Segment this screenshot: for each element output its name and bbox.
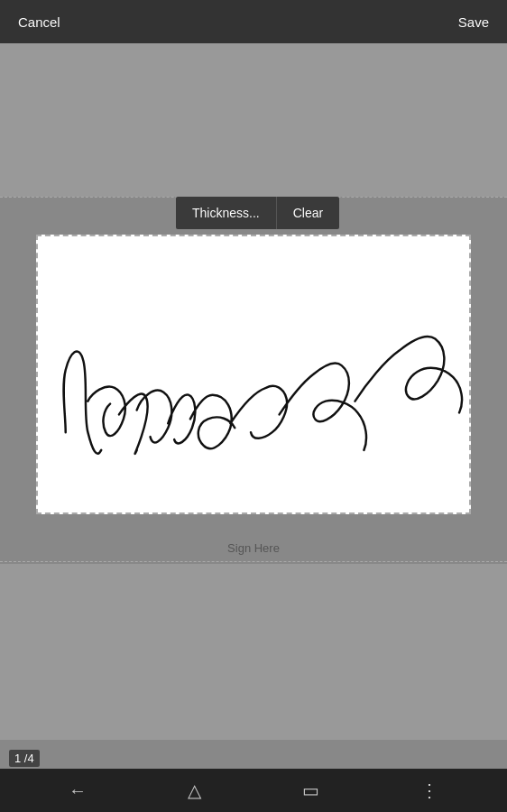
gray-bottom-area [0,564,507,740]
signature-svg [38,236,469,512]
save-button[interactable]: Save [447,7,500,37]
sign-here-label: Sign Here [0,541,507,555]
cancel-button[interactable]: Cancel [7,7,71,37]
back-nav-icon[interactable]: ← [61,773,94,808]
bottom-nav-bar: ← △ ▭ ⋮ [0,769,507,812]
gray-top-area [0,43,507,197]
context-menu: Thickness... Clear [176,197,339,229]
clear-button[interactable]: Clear [277,197,339,229]
thickness-button[interactable]: Thickness... [176,197,277,229]
home-nav-icon[interactable]: △ [180,772,208,808]
bottom-dashed-divider [0,561,507,562]
recents-nav-icon[interactable]: ▭ [295,772,327,808]
top-toolbar: Cancel Save [0,0,507,43]
more-nav-icon[interactable]: ⋮ [413,772,446,808]
page-indicator: 1 /4 [9,750,40,767]
signature-canvas-area[interactable] [36,235,471,514]
